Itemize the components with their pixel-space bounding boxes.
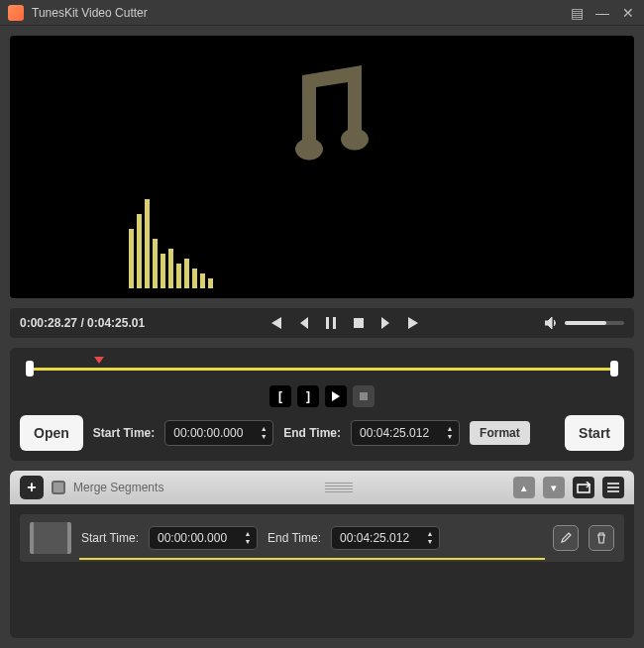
- start-time-input[interactable]: 00:00:00.000 ▲▼: [164, 420, 273, 446]
- volume-slider[interactable]: [565, 321, 624, 325]
- video-preview: [10, 36, 634, 298]
- add-segment-button[interactable]: +: [20, 476, 44, 499]
- mark-out-button[interactable]: ]: [297, 385, 319, 407]
- time-row: Open Start Time: 00:00:00.000 ▲▼ End Tim…: [20, 415, 624, 451]
- segments-panel: + Merge Segments ▴ ▾ Start Time: 00:00:0…: [10, 471, 634, 638]
- start-time-value: 00:00:00.000: [173, 426, 255, 440]
- list-icon[interactable]: [602, 477, 624, 498]
- end-time-input[interactable]: 00:04:25.012 ▲▼: [351, 420, 460, 446]
- segments-body: Start Time: 00:00:00.000 ▲▼ End Time: 00…: [10, 504, 634, 638]
- playback-controls: [155, 313, 535, 333]
- seg-end-spinner[interactable]: ▲▼: [425, 530, 435, 546]
- music-note-icon: [268, 60, 376, 169]
- svg-rect-0: [326, 317, 329, 329]
- merge-label: Merge Segments: [73, 481, 163, 494]
- close-icon[interactable]: ✕: [620, 5, 636, 21]
- playhead-icon[interactable]: [94, 357, 104, 364]
- volume-icon[interactable]: [545, 317, 559, 329]
- pause-button[interactable]: [321, 313, 341, 333]
- delete-segment-button[interactable]: [589, 525, 614, 551]
- collapse-down-icon[interactable]: ▾: [543, 477, 565, 498]
- trim-start-handle[interactable]: [26, 361, 34, 377]
- app-window: TunesKit Video Cutter ▤ — ✕: [0, 0, 644, 648]
- skip-back-button[interactable]: [266, 313, 285, 333]
- merge-checkbox[interactable]: [52, 481, 65, 494]
- segments-header: + Merge Segments ▴ ▾: [10, 471, 634, 504]
- volume-control: [545, 317, 624, 329]
- trim-end-handle[interactable]: [610, 361, 618, 377]
- open-button[interactable]: Open: [20, 415, 83, 451]
- seg-end-label: End Time:: [268, 531, 321, 545]
- seg-start-input[interactable]: 00:00:00.000 ▲▼: [149, 526, 258, 550]
- skip-forward-button[interactable]: [404, 313, 424, 333]
- svg-rect-3: [360, 392, 368, 400]
- current-time: 0:00:28.27: [20, 316, 77, 330]
- app-icon: [8, 5, 24, 21]
- app-title: TunesKit Video Cutter: [32, 6, 569, 20]
- seg-end-value: 00:04:25.012: [340, 531, 421, 545]
- minimize-icon[interactable]: —: [594, 5, 610, 21]
- start-button[interactable]: Start: [565, 415, 624, 451]
- seg-start-value: 00:00:00.000: [158, 531, 239, 545]
- format-button[interactable]: Format: [470, 421, 530, 445]
- timeline-line: [30, 368, 614, 371]
- play-segment-button[interactable]: [325, 385, 347, 407]
- equalizer-icon: [129, 199, 213, 288]
- total-time: 0:04:25.01: [87, 316, 145, 330]
- segment-thumbnail: [30, 522, 71, 554]
- stop-segment-button[interactable]: [353, 385, 375, 407]
- seg-start-spinner[interactable]: ▲▼: [243, 530, 253, 546]
- step-forward-button[interactable]: [376, 313, 396, 333]
- start-time-label: Start Time:: [93, 426, 155, 440]
- segment-progress: [79, 558, 545, 560]
- svg-rect-2: [354, 318, 364, 328]
- bracket-controls: [ ]: [20, 385, 624, 407]
- timeline-track[interactable]: [20, 360, 624, 378]
- step-back-button[interactable]: [293, 313, 313, 333]
- timeline-panel: [ ] Open Start Time: 00:00:00.000 ▲▼ End…: [10, 348, 634, 461]
- end-time-label: End Time:: [283, 426, 341, 440]
- seg-end-input[interactable]: 00:04:25.012 ▲▼: [331, 526, 440, 550]
- time-display: 0:00:28.27 / 0:04:25.01: [20, 316, 145, 330]
- segment-row[interactable]: Start Time: 00:00:00.000 ▲▼ End Time: 00…: [20, 514, 624, 562]
- stop-button[interactable]: [349, 313, 369, 333]
- end-time-value: 00:04:25.012: [360, 426, 441, 440]
- titlebar: TunesKit Video Cutter ▤ — ✕: [0, 0, 644, 26]
- collapse-up-icon[interactable]: ▴: [513, 477, 535, 498]
- menu-icon[interactable]: ▤: [569, 5, 585, 21]
- seg-start-label: Start Time:: [81, 531, 139, 545]
- drag-grip-icon[interactable]: [325, 483, 353, 492]
- end-time-spinner[interactable]: ▲▼: [445, 425, 455, 441]
- edit-segment-button[interactable]: [553, 525, 579, 551]
- playback-bar: 0:00:28.27 / 0:04:25.01: [10, 308, 634, 338]
- titlebar-controls: ▤ — ✕: [569, 5, 636, 21]
- start-time-spinner[interactable]: ▲▼: [259, 425, 268, 441]
- export-icon[interactable]: [573, 477, 594, 498]
- mark-in-button[interactable]: [: [269, 385, 291, 407]
- svg-rect-1: [333, 317, 336, 329]
